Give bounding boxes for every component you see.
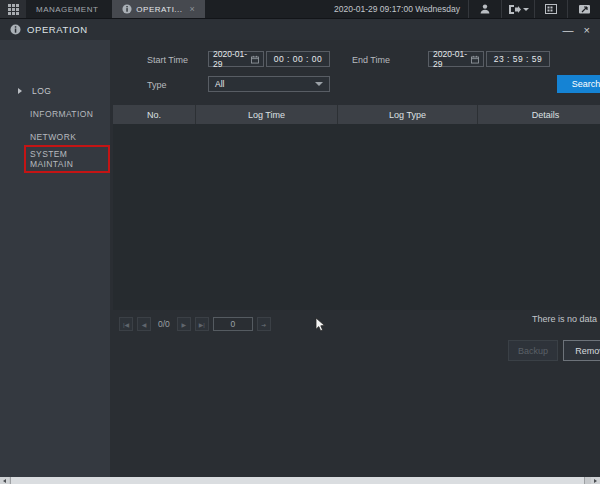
highlight-box: SYSTEM MAINTAIN [24, 145, 110, 173]
last-page-button[interactable]: ▶| [195, 317, 209, 331]
sidebar-item-label: SYSTEM MAINTAIN [30, 149, 73, 169]
column-header-log-time: Log Time [195, 105, 337, 124]
user-button[interactable] [468, 0, 501, 18]
app-window: MANAGEMENT OPERATI... × 2020-01-29 09:17… [0, 0, 600, 484]
tab-close-icon[interactable]: × [190, 4, 196, 14]
window-controls: — × [563, 25, 600, 35]
end-clock-value: 23 : 59 : 59 [494, 54, 543, 64]
arrow-right-icon [594, 479, 597, 483]
tab-management-label: MANAGEMENT [36, 5, 98, 14]
end-date-value: 2020-01-29 [433, 49, 471, 69]
backup-button[interactable]: Backup [508, 340, 558, 361]
top-bar: MANAGEMENT OPERATI... × 2020-01-29 09:17… [0, 0, 600, 18]
close-button[interactable]: × [584, 25, 590, 35]
column-header-log-type: Log Type [337, 105, 477, 124]
sidebar-item-system-maintain[interactable]: SYSTEM MAINTAIN [0, 148, 110, 170]
scroll-right-button[interactable] [591, 477, 600, 484]
type-select[interactable]: All [208, 76, 330, 92]
scroll-left-button[interactable] [0, 477, 9, 484]
page-number-input[interactable] [213, 317, 253, 331]
chevron-down-icon [315, 82, 323, 86]
search-button[interactable]: Search [557, 75, 600, 93]
start-time-label: Start Time [147, 55, 188, 65]
sidebar-item-label: NETWORK [30, 132, 76, 142]
topbar-right: 2020-01-29 09:17:00 Wednesday [334, 0, 600, 18]
sign-out-button[interactable] [501, 0, 534, 18]
minimize-button[interactable]: — [563, 25, 574, 35]
tab-operation-label: OPERATI... [136, 5, 182, 14]
grid-button[interactable] [534, 0, 567, 18]
first-page-button[interactable]: |◀ [119, 317, 133, 331]
screen-switch-button[interactable] [567, 0, 600, 18]
tab-management[interactable]: MANAGEMENT [26, 0, 108, 18]
column-header-details: Details [477, 105, 600, 124]
sidebar-group-label: LOG [32, 86, 51, 96]
grid-icon [545, 4, 557, 14]
window-titlebar: OPERATION — × [0, 18, 600, 40]
previous-page-button[interactable]: ◀ [137, 317, 151, 331]
user-icon [479, 3, 491, 15]
remove-button[interactable]: Remove [563, 340, 600, 361]
pagination: |◀ ◀ 0/0 ▶ ▶| ➔ [119, 316, 271, 332]
sign-out-icon [508, 4, 521, 15]
type-value: All [215, 79, 224, 89]
log-table: No. Log Time Log Type Details [113, 105, 600, 310]
horizontal-scrollbar[interactable] [0, 477, 600, 484]
scrollbar-thumb[interactable] [10, 477, 585, 484]
sidebar: LOG INFORMATION NETWORK SYSTEM MAINTAIN [0, 40, 110, 477]
end-time-label: End Time [352, 55, 390, 65]
sidebar-item-information[interactable]: INFORMATION [0, 103, 110, 125]
datetime-display: 2020-01-29 09:17:00 Wednesday [334, 0, 468, 18]
info-icon [10, 24, 21, 35]
window-title: OPERATION [27, 24, 88, 35]
calendar-icon [471, 55, 479, 64]
screen-switch-icon [578, 4, 591, 15]
next-page-button[interactable]: ▶ [177, 317, 191, 331]
chevron-right-icon [18, 88, 22, 94]
calendar-icon [251, 55, 259, 64]
type-label: Type [147, 80, 167, 90]
sidebar-group-log[interactable]: LOG [0, 80, 110, 102]
go-to-page-button[interactable]: ➔ [257, 317, 271, 331]
end-clock-input[interactable]: 23 : 59 : 59 [486, 51, 550, 67]
start-date-input[interactable]: 2020-01-29 [208, 51, 264, 67]
tab-operation[interactable]: OPERATI... × [112, 0, 205, 18]
table-header: No. Log Time Log Type Details [113, 105, 600, 124]
sidebar-item-label: INFORMATION [30, 109, 93, 119]
chevron-down-icon [523, 8, 529, 11]
mouse-cursor [315, 317, 327, 333]
empty-message: There is no data [532, 314, 600, 324]
start-clock-input[interactable]: 00 : 00 : 00 [266, 51, 330, 67]
column-header-no: No. [113, 105, 195, 124]
apps-grid-icon [8, 4, 19, 15]
page-counter: 0/0 [155, 319, 173, 329]
end-date-input[interactable]: 2020-01-29 [428, 51, 484, 67]
start-clock-value: 00 : 00 : 00 [274, 54, 323, 64]
info-icon [122, 4, 132, 14]
apps-menu-button[interactable] [0, 0, 26, 18]
arrow-left-icon [3, 479, 6, 483]
start-date-value: 2020-01-29 [213, 49, 251, 69]
table-body-empty [113, 124, 600, 310]
